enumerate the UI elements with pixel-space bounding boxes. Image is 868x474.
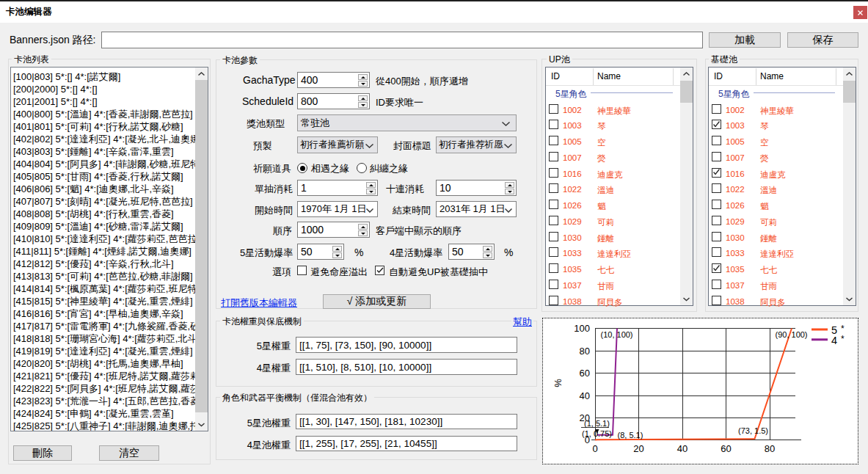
svg-text:100: 100 (574, 323, 590, 334)
svg-text:40: 40 (580, 390, 590, 401)
svg-text:*: * (841, 324, 845, 334)
svg-text:*: * (841, 334, 845, 344)
svg-text:(90, 100): (90, 100) (776, 330, 808, 339)
svg-text:0: 0 (592, 443, 597, 454)
svg-text:20: 20 (633, 443, 643, 454)
svg-text:(8, 5.1): (8, 5.1) (618, 431, 643, 440)
svg-text:(1, 5.1): (1, 5.1) (584, 419, 610, 428)
svg-text:4: 4 (831, 335, 837, 346)
svg-text:40: 40 (677, 443, 688, 454)
svg-text:(73, 1.5): (73, 1.5) (738, 426, 768, 435)
svg-text:(10, 100): (10, 100) (601, 330, 633, 339)
svg-text:60: 60 (580, 368, 590, 379)
svg-text:80: 80 (580, 346, 590, 357)
svg-text:80: 80 (765, 443, 775, 454)
svg-text:60: 60 (721, 443, 731, 454)
svg-text:%: % (552, 379, 564, 387)
svg-text:(1, 0.75): (1, 0.75) (582, 429, 612, 438)
